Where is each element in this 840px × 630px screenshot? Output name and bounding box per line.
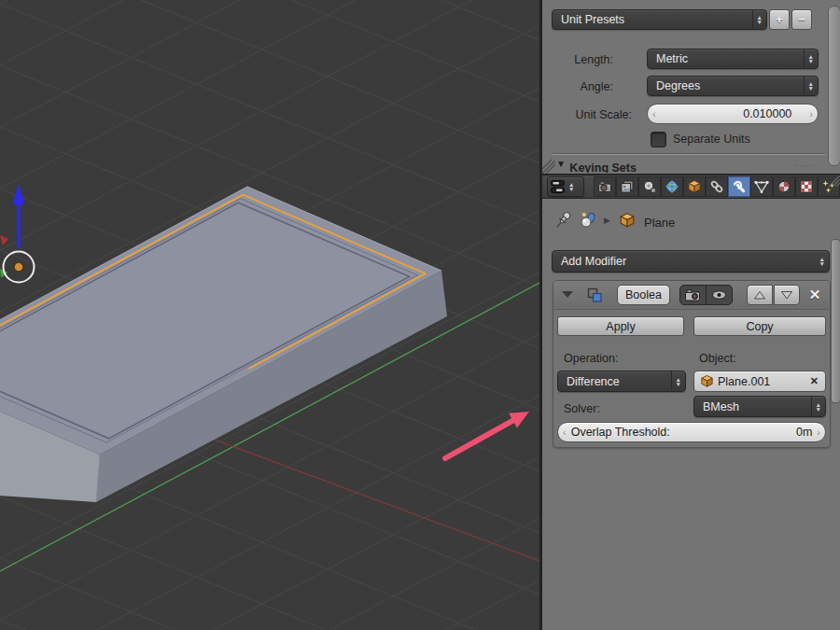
- unit-scale-value: 0.010000: [661, 107, 805, 120]
- plus-icon: +: [776, 13, 782, 26]
- tab-modifiers[interactable]: [728, 176, 750, 197]
- object-selector-field[interactable]: Plane.001 ✕: [693, 371, 826, 392]
- tab-material[interactable]: [773, 176, 795, 197]
- angle-dropdown[interactable]: Degrees ▲▼: [647, 76, 819, 96]
- keying-sets-panel-header[interactable]: ▼ Keying Sets: [556, 159, 818, 173]
- copy-label: Copy: [746, 320, 773, 333]
- unit-presets-dropdown[interactable]: Unit Presets ▲▼: [552, 9, 767, 30]
- slider-left-arrow-icon[interactable]: ‹: [558, 427, 571, 438]
- modifier-name-field[interactable]: Boolea: [617, 285, 670, 305]
- panel-grip-dots-icon[interactable]: ·····: [795, 162, 814, 168]
- mesh-cube-icon: [700, 374, 714, 388]
- tab-object-data[interactable]: [750, 176, 773, 197]
- properties-editor-icon: [551, 180, 567, 193]
- editor-type-selector[interactable]: ▲▼: [547, 176, 584, 197]
- solver-label: Solver:: [564, 402, 600, 415]
- separate-units-checkbox[interactable]: [651, 132, 666, 147]
- render-layers-icon: [620, 179, 635, 194]
- overlap-threshold-value: 0m: [670, 426, 813, 439]
- pin-icon[interactable]: [553, 210, 574, 232]
- tab-render[interactable]: [594, 176, 616, 197]
- object-origin-dot: [14, 262, 23, 272]
- object-cube-icon: [687, 179, 702, 194]
- panel-corner-hatch-icon[interactable]: [542, 158, 555, 174]
- solver-dropdown[interactable]: BMesh ▲▼: [693, 396, 826, 417]
- modifier-visibility-toggles: [679, 285, 733, 305]
- boolean-modifier-panel: Boolea: [553, 280, 831, 448]
- wrench-icon: [732, 179, 747, 194]
- panel-collapse-triangle-icon: ▼: [556, 159, 566, 169]
- length-label: Length:: [542, 53, 613, 66]
- camera-icon: [597, 179, 612, 194]
- texture-checker-icon: [799, 179, 814, 194]
- header-corner-hatch-icon[interactable]: [829, 175, 840, 187]
- breadcrumb-object-name[interactable]: Plane: [644, 216, 675, 230]
- tab-render-layers[interactable]: [616, 176, 638, 197]
- spinner-arrows-icon: ▲▼: [671, 371, 685, 391]
- viewport-visibility-toggle[interactable]: [707, 286, 732, 304]
- spinner-arrows-icon: ▲▼: [816, 251, 829, 272]
- operation-dropdown[interactable]: Difference ▲▼: [557, 371, 686, 392]
- keying-sets-label: Keying Sets: [569, 161, 637, 173]
- tab-constraints[interactable]: [706, 176, 728, 197]
- add-modifier-dropdown[interactable]: Add Modifier ▲▼: [552, 250, 830, 273]
- unit-scale-slider[interactable]: ‹ 0.010000 ›: [647, 104, 819, 124]
- unit-scale-label: Unit Scale:: [542, 108, 632, 121]
- object-breadcrumb-icon[interactable]: [580, 211, 598, 230]
- separate-units-label: Separate Units: [673, 133, 750, 146]
- angle-value: Degrees: [648, 79, 804, 92]
- unit-presets-label: Unit Presets: [553, 13, 752, 26]
- mesh-data-icon: [754, 179, 769, 194]
- move-modifier-up-button[interactable]: [747, 285, 773, 305]
- minus-icon: −: [798, 13, 805, 26]
- length-dropdown[interactable]: Metric ▲▼: [647, 49, 819, 69]
- eye-toggle-icon: [711, 289, 727, 301]
- world-globe-icon: [665, 179, 679, 194]
- angle-label: Angle:: [542, 80, 613, 93]
- remove-preset-button[interactable]: −: [791, 9, 812, 30]
- length-value: Metric: [648, 52, 804, 65]
- add-modifier-label: Add Modifier: [553, 255, 816, 268]
- panel-separator: [553, 153, 825, 155]
- slider-right-arrow-icon[interactable]: ›: [812, 427, 825, 438]
- scene-icon: [642, 179, 657, 194]
- expand-collapse-icon[interactable]: [562, 291, 573, 298]
- spinner-arrows-icon: ▲▼: [811, 397, 825, 416]
- spinner-arrows-icon: ▲▼: [567, 177, 576, 196]
- operation-label: Operation:: [564, 352, 618, 365]
- apply-label: Apply: [606, 320, 635, 333]
- clear-object-icon[interactable]: ✕: [810, 375, 825, 387]
- modifier-header: Boolea: [553, 281, 830, 310]
- spinner-arrows-icon: ▲▼: [804, 49, 818, 68]
- tab-object[interactable]: [683, 176, 706, 197]
- triangle-up-icon: [753, 288, 766, 301]
- apply-button[interactable]: Apply: [557, 316, 684, 336]
- triangle-down-icon: [780, 288, 793, 301]
- spinner-arrows-icon: ▲▼: [804, 77, 818, 95]
- object-value: Plane.001: [718, 375, 810, 388]
- tab-texture[interactable]: [795, 176, 818, 197]
- mesh-cube-icon: [619, 212, 636, 229]
- tab-scene[interactable]: [638, 176, 661, 197]
- overlap-threshold-label: Overlap Threshold:: [571, 426, 670, 439]
- object-label: Object:: [699, 352, 736, 365]
- bottom-panel-scrollbar[interactable]: [831, 239, 840, 403]
- top-panel-scrollbar[interactable]: [828, 6, 840, 166]
- solver-value: BMesh: [694, 400, 811, 413]
- blender-window: Unit Presets ▲▼ + − Length: Metric ▲▼ An…: [0, 0, 840, 630]
- move-modifier-down-button[interactable]: [774, 285, 800, 305]
- modifier-name: Boolea: [625, 288, 662, 301]
- operation-value: Difference: [558, 375, 671, 388]
- delete-modifier-button[interactable]: ✕: [804, 285, 826, 305]
- add-preset-button[interactable]: +: [769, 9, 790, 30]
- breadcrumb-arrow-icon: ▶: [604, 216, 610, 225]
- camera-toggle-icon: [685, 289, 701, 301]
- tab-world[interactable]: [661, 176, 683, 197]
- slider-right-arrow-icon[interactable]: ›: [805, 108, 818, 119]
- slider-left-arrow-icon[interactable]: ‹: [648, 108, 661, 119]
- render-visibility-toggle[interactable]: [680, 286, 707, 304]
- copy-modifier-icon[interactable]: [587, 287, 603, 303]
- 3d-viewport[interactable]: [0, 0, 539, 630]
- copy-button[interactable]: Copy: [693, 316, 826, 336]
- overlap-threshold-slider[interactable]: ‹ Overlap Threshold: 0m ›: [557, 422, 826, 442]
